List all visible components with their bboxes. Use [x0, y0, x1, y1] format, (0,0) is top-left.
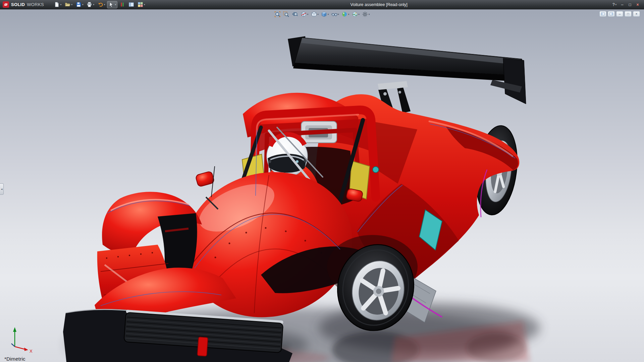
dropdown-arrow-icon[interactable]: ▾ [82, 3, 84, 6]
save[interactable]: ▾ [74, 1, 85, 8]
zoom-to-area[interactable] [282, 11, 290, 18]
dropdown-arrow-icon[interactable]: ▾ [71, 3, 72, 6]
zoom-to-fit[interactable] [274, 11, 281, 18]
dropdown-arrow-icon[interactable]: ▾ [104, 3, 105, 6]
gear-icon [362, 11, 368, 17]
customize[interactable]: ▾ [136, 1, 147, 8]
window-title: Voiture assemblee [Read-only] [146, 2, 611, 7]
cube-icon [311, 11, 317, 17]
dropdown-arrow-icon[interactable]: ▾ [369, 13, 370, 16]
orientation-triad: X [3, 324, 37, 355]
show-display-pane[interactable] [608, 11, 615, 17]
z-axis-icon [11, 344, 15, 347]
help-glyph: ? [612, 2, 615, 7]
minimize-glyph: – [621, 2, 624, 7]
main-toolbar: ▾▾▾▾▾▾▾ [53, 1, 147, 8]
grid-icon [138, 2, 143, 7]
doc-close-glyph: × [636, 12, 638, 16]
dropdown-arrow-icon[interactable]: ▾ [615, 3, 617, 6]
title-bar: SOLIDWORKS ▾▾▾▾▾▾▾ Voiture assemblee [Re… [0, 0, 644, 9]
brand-text-light: WORKS [27, 2, 44, 7]
dropdown-arrow-icon[interactable]: ▾ [115, 3, 116, 6]
brand-text-bold: SOLID [11, 2, 25, 7]
section-view[interactable]: ▾ [300, 11, 309, 18]
doc-restore-glyph: □ [627, 12, 629, 16]
new-icon [54, 2, 60, 7]
maximize-glyph: □ [629, 2, 631, 7]
doc-restore[interactable]: □ [625, 11, 632, 17]
close[interactable]: × [635, 2, 641, 8]
glasses-icon [331, 11, 337, 17]
dropdown-arrow-icon[interactable]: ▾ [307, 13, 309, 16]
view-orientation[interactable]: ▾ [310, 11, 319, 18]
minimize[interactable]: – [619, 2, 625, 8]
open-icon [65, 2, 70, 7]
y-axis-arrow-icon [13, 327, 16, 332]
app-brand: SOLIDWORKS [0, 1, 47, 8]
select[interactable]: ▾ [107, 1, 117, 8]
save-icon [76, 2, 82, 7]
doc-minimize[interactable]: – [616, 11, 623, 17]
dropdown-arrow-icon[interactable]: ▾ [338, 13, 339, 16]
print[interactable]: ▾ [85, 1, 96, 8]
show-feature-pane[interactable] [599, 11, 606, 17]
view-orientation-label: *Dimetric [4, 356, 25, 362]
graphics-area[interactable]: ▾▾▾▾▾▾▾ –□× ◂ X *Dimetric [0, 9, 644, 362]
edit-appearance[interactable]: ▾ [341, 11, 350, 18]
hide-show-items[interactable]: ▾ [330, 11, 340, 18]
model-3d-view[interactable] [0, 9, 644, 362]
previous-view[interactable] [291, 11, 299, 18]
flyout-arrow-icon: ◂ [1, 187, 3, 191]
prev-view-icon [292, 11, 298, 17]
panes-icon [601, 12, 605, 16]
panes-icon [128, 2, 134, 7]
view-settings[interactable]: ▾ [361, 11, 371, 18]
section-icon [301, 11, 307, 17]
undo-icon [98, 2, 103, 7]
close-glyph: × [636, 2, 639, 7]
selection-filter[interactable] [118, 1, 126, 8]
cube-shaded-icon [321, 11, 327, 17]
dropdown-arrow-icon[interactable]: ▾ [144, 3, 145, 6]
undo[interactable]: ▾ [96, 1, 107, 8]
doc-minimize-glyph: – [619, 12, 621, 16]
dropdown-arrow-icon[interactable]: ▾ [317, 13, 319, 16]
x-axis-label: X [30, 349, 33, 354]
window-controls: ?▾–□× [611, 2, 641, 8]
display-style[interactable]: ▾ [320, 11, 330, 18]
solidworks-logo-icon [3, 1, 9, 8]
heads-up-view-toolbar: ▾▾▾▾▾▾▾ [274, 11, 371, 18]
pane-right-icon [609, 12, 613, 16]
featuremanager-flyout-tab[interactable]: ◂ [0, 183, 4, 195]
tow-hook [197, 337, 208, 356]
scene-icon [352, 11, 358, 17]
dropdown-arrow-icon[interactable]: ▾ [93, 3, 94, 6]
apply-scene[interactable]: ▾ [351, 11, 360, 18]
document-window-controls: –□× [599, 11, 640, 17]
open-document[interactable]: ▾ [63, 1, 74, 8]
x-axis-arrow-icon [24, 348, 28, 351]
dropdown-arrow-icon[interactable]: ▾ [348, 13, 350, 16]
print-icon [87, 2, 92, 7]
dropdown-arrow-icon[interactable]: ▾ [328, 13, 329, 16]
dropdown-arrow-icon[interactable]: ▾ [358, 13, 360, 16]
help[interactable]: ?▾ [611, 2, 618, 8]
bars-icon [119, 2, 125, 7]
new-document[interactable]: ▾ [53, 1, 63, 8]
doc-close[interactable]: × [633, 11, 640, 17]
zoom-area-icon [283, 11, 289, 17]
appearance-icon [341, 11, 348, 17]
dropdown-arrow-icon[interactable]: ▾ [60, 3, 62, 6]
options[interactable] [127, 1, 136, 8]
maximize[interactable]: □ [627, 2, 633, 8]
select-icon [108, 2, 114, 7]
zoom-fit-icon [274, 11, 281, 17]
